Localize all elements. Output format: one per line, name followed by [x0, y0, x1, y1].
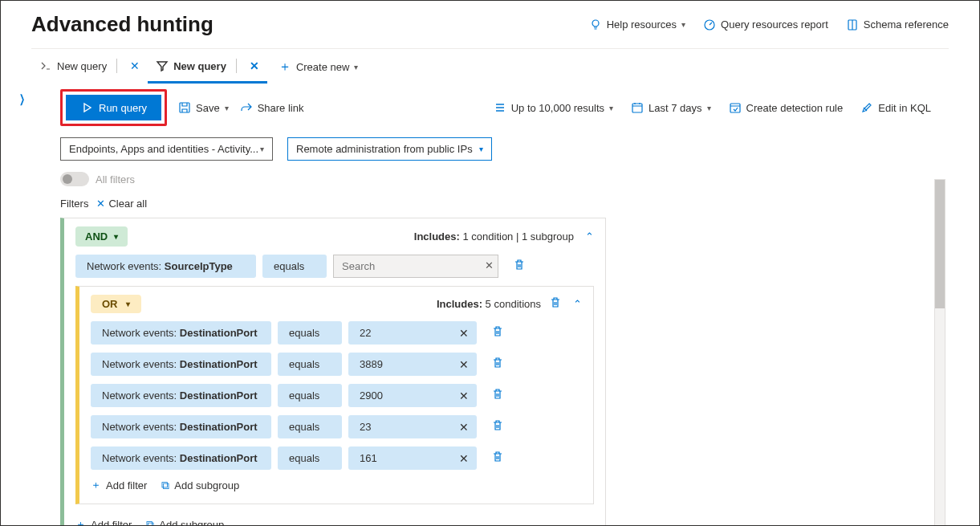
delete-icon[interactable]	[491, 325, 504, 340]
delete-icon[interactable]	[491, 388, 504, 403]
clear-input-icon[interactable]: ✕	[485, 259, 494, 271]
save-label: Save	[196, 102, 220, 114]
share-label: Share link	[258, 102, 304, 114]
clear-value-icon[interactable]: ✕	[459, 421, 469, 434]
expand-panel-chevron[interactable]: ❯	[19, 92, 25, 105]
condition-value[interactable]: 22✕	[348, 321, 477, 345]
all-filters-toggle[interactable]	[60, 172, 89, 186]
create-new-tab[interactable]: ＋ Create new ▾	[279, 59, 358, 75]
edit-icon	[860, 101, 873, 114]
condition-operator[interactable]: equals	[278, 415, 342, 438]
list-icon	[494, 101, 506, 114]
chevron-down-icon: ▾	[479, 145, 483, 153]
query-resources-report-link[interactable]: Query resources report	[703, 18, 828, 31]
scroll-thumb[interactable]	[935, 180, 945, 308]
close-icon[interactable]: ✕	[250, 59, 259, 72]
condition-field[interactable]: Network events: DestinationPort	[91, 353, 271, 376]
lightbulb-icon	[589, 18, 602, 31]
share-link-button[interactable]: Share link	[240, 101, 304, 114]
includes-summary: Includes: 1 condition | 1 subgroup	[414, 230, 574, 243]
source-label: Endpoints, Apps and identities - Activit…	[69, 143, 258, 155]
delete-icon[interactable]	[491, 451, 504, 466]
add-subgroup-link[interactable]: ⧉Add subgroup	[146, 517, 224, 526]
condition-value[interactable]: 23✕	[348, 415, 477, 438]
template-label: Remote administration from public IPs	[296, 143, 473, 155]
page-title: Advanced hunting	[31, 12, 213, 37]
results-label: Up to 10,000 results	[511, 102, 604, 114]
results-limit[interactable]: Up to 10,000 results ▾	[494, 101, 613, 114]
add-filter-label: Add filter	[106, 479, 147, 491]
edit-label: Edit in KQL	[878, 102, 931, 114]
gauge-icon	[703, 18, 716, 31]
chevron-down-icon: ▾	[354, 63, 358, 71]
edit-in-kql[interactable]: Edit in KQL	[860, 101, 931, 114]
run-query-button[interactable]: Run query	[66, 95, 161, 120]
condition-value[interactable]: 3889✕	[348, 353, 477, 376]
create-new-label: Create new	[296, 61, 349, 73]
create-detection-rule[interactable]: Create detection rule	[729, 101, 844, 114]
delete-icon[interactable]	[513, 259, 526, 274]
calendar-icon	[631, 101, 644, 114]
detection-icon	[729, 101, 742, 114]
close-icon[interactable]: ✕	[130, 59, 140, 72]
clear-value-icon[interactable]: ✕	[459, 327, 469, 340]
subgroup-icon: ⧉	[146, 518, 154, 527]
plus-icon: ＋	[279, 59, 291, 75]
share-icon	[240, 101, 253, 114]
condition-value-input[interactable]	[333, 255, 498, 278]
or-label: OR	[102, 298, 118, 310]
collapse-icon[interactable]: ⌃	[573, 298, 582, 310]
tab-label: New query	[173, 60, 226, 72]
delete-icon[interactable]	[491, 419, 504, 434]
condition-operator[interactable]: equals	[278, 321, 342, 345]
add-subgroup-link[interactable]: ⧉Add subgroup	[161, 478, 239, 492]
condition-value[interactable]: 2900✕	[348, 384, 477, 407]
add-filter-link[interactable]: ＋Add filter	[75, 517, 132, 526]
condition-operator[interactable]: equals	[278, 446, 342, 470]
book-icon	[846, 18, 859, 31]
collapse-icon[interactable]: ⌃	[585, 230, 594, 243]
condition-field[interactable]: Network events: DestinationPort	[91, 446, 271, 470]
clear-value-icon[interactable]: ✕	[459, 358, 469, 371]
condition-field[interactable]: Network events: DestinationPort	[91, 384, 271, 407]
condition-row: Network events: DestinationPortequals388…	[91, 353, 582, 376]
tab-new-query-1[interactable]: New query ✕	[31, 51, 148, 84]
clear-value-icon[interactable]: ✕	[459, 452, 469, 465]
help-resources-link[interactable]: Help resources ▾	[589, 18, 685, 31]
includes-summary: Includes: 5 conditions	[437, 298, 541, 310]
clear-all-button[interactable]: ✕ Clear all	[96, 198, 147, 210]
delete-icon[interactable]	[491, 357, 504, 372]
tab-label: New query	[57, 60, 107, 72]
condition-field[interactable]: Network events: DestinationPort	[91, 415, 271, 438]
schema-reference-link[interactable]: Schema reference	[846, 18, 949, 31]
delete-icon[interactable]	[549, 296, 562, 312]
chevron-down-icon: ▾	[707, 104, 711, 112]
chevron-down-icon: ▾	[114, 232, 118, 241]
condition-row: Network events: DestinationPortequals22✕	[91, 321, 582, 345]
or-operator-chip[interactable]: OR ▾	[91, 295, 141, 313]
condition-operator[interactable]: equals	[278, 384, 342, 407]
condition-operator[interactable]: equals	[278, 353, 342, 376]
time-label: Last 7 days	[649, 102, 702, 114]
condition-value[interactable]: 161✕	[348, 446, 477, 470]
filter-builder: AND ▾ Includes: 1 condition | 1 subgroup…	[60, 218, 606, 526]
add-subgroup-label: Add subgroup	[174, 479, 239, 491]
clear-value-icon[interactable]: ✕	[459, 389, 469, 402]
chevron-down-icon: ▾	[225, 104, 229, 112]
add-filter-link[interactable]: ＋Add filter	[91, 478, 147, 492]
condition-field[interactable]: Network events: SourceIpType	[75, 255, 256, 278]
clear-all-label: Clear all	[108, 198, 147, 210]
play-icon	[80, 101, 93, 114]
help-resources-label: Help resources	[607, 18, 677, 31]
condition-row: Network events: DestinationPortequals161…	[91, 446, 582, 470]
time-range[interactable]: Last 7 days ▾	[631, 101, 711, 114]
condition-operator[interactable]: equals	[262, 255, 327, 278]
scrollbar[interactable]	[934, 179, 945, 526]
save-button[interactable]: Save ▾	[178, 101, 229, 114]
and-operator-chip[interactable]: AND ▾	[75, 226, 128, 247]
plus-icon: ＋	[75, 517, 86, 526]
tab-new-query-2[interactable]: New query ✕	[148, 51, 267, 84]
condition-field[interactable]: Network events: DestinationPort	[91, 321, 271, 345]
query-template-dropdown[interactable]: Remote administration from public IPs ▾	[287, 137, 492, 161]
data-source-dropdown[interactable]: Endpoints, Apps and identities - Activit…	[60, 137, 273, 161]
